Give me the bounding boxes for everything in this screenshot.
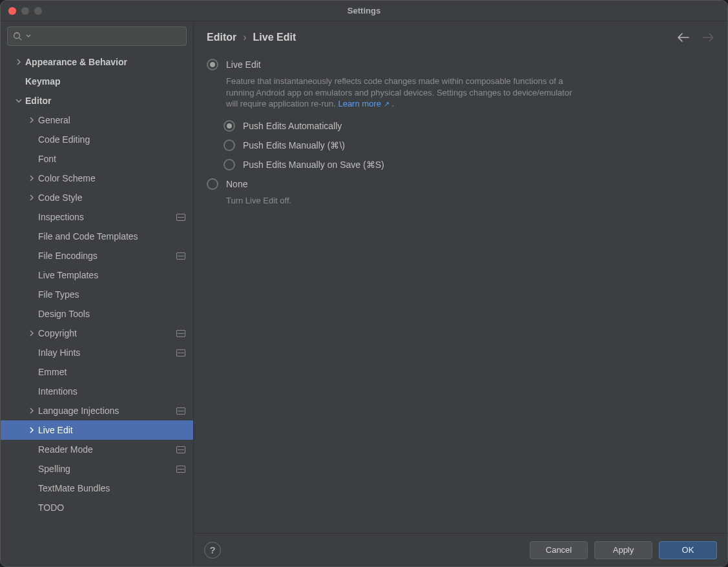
traffic-lights [1, 7, 42, 15]
sidebar-item-spelling[interactable]: Spelling [1, 459, 193, 479]
sidebar-item-font[interactable]: Font [1, 149, 193, 169]
sidebar: Appearance & BehaviorKeymapEditorGeneral… [1, 21, 194, 566]
settings-content: Live Edit Feature that instantaneously r… [194, 52, 727, 533]
sidebar-item-label: Intentions [38, 386, 185, 397]
nav-forward-icon [702, 32, 714, 43]
svg-line-1 [19, 38, 22, 41]
sidebar-item-label: Language Injections [38, 406, 176, 416]
sidebar-item-label: Reader Mode [38, 444, 176, 455]
sidebar-item-label: Live Edit [38, 425, 185, 435]
help-button[interactable]: ? [204, 542, 221, 559]
sidebar-item-editor[interactable]: Editor [1, 91, 193, 110]
settings-body: Appearance & BehaviorKeymapEditorGeneral… [1, 21, 727, 566]
minimize-window-button[interactable] [21, 7, 29, 15]
breadcrumb-live-edit: Live Edit [253, 32, 296, 43]
sidebar-item-label: Design Tools [38, 309, 185, 319]
sidebar-item-color-scheme[interactable]: Color Scheme [1, 169, 193, 188]
sidebar-item-inlay-hints[interactable]: Inlay Hints [1, 343, 193, 362]
radio-label: None [226, 179, 247, 189]
nav-back-icon[interactable] [677, 32, 690, 43]
titlebar: Settings [1, 1, 727, 21]
radio-icon [224, 159, 235, 170]
sidebar-item-label: Keymap [25, 76, 185, 87]
project-scope-icon [176, 253, 185, 260]
radio-push-on-save[interactable]: Push Edits Manually on Save (⌘S) [207, 155, 714, 174]
sidebar-item-appearance-behavior[interactable]: Appearance & Behavior [1, 52, 193, 72]
sidebar-item-label: Inlay Hints [38, 347, 176, 358]
sidebar-item-general[interactable]: General [1, 110, 193, 130]
sidebar-item-label: Editor [25, 96, 185, 106]
zoom-window-button[interactable] [34, 7, 42, 15]
radio-label: Live Edit [226, 59, 261, 70]
sidebar-item-code-editing[interactable]: Code Editing [1, 130, 193, 149]
radio-label: Push Edits Manually (⌘\) [243, 140, 345, 150]
chevron-icon [14, 59, 24, 65]
sidebar-item-label: Font [38, 154, 185, 164]
window-title: Settings [1, 6, 727, 15]
sidebar-item-label: Color Scheme [38, 173, 185, 183]
radio-icon [207, 178, 218, 190]
sidebar-item-label: Spelling [38, 464, 176, 474]
live-edit-description: Feature that instantaneously reflects co… [207, 74, 581, 116]
apply-button[interactable]: Apply [594, 541, 652, 559]
chevron-icon [26, 330, 37, 336]
ok-button[interactable]: OK [659, 541, 717, 559]
sidebar-item-live-edit[interactable]: Live Edit [1, 420, 193, 440]
chevron-down-icon [26, 34, 31, 39]
sidebar-item-label: Emmet [38, 367, 185, 377]
sidebar-item-reader-mode[interactable]: Reader Mode [1, 440, 193, 459]
dialog-footer: ? Cancel Apply OK [194, 533, 727, 566]
sidebar-item-label: Code Editing [38, 134, 185, 145]
sidebar-item-file-types[interactable]: File Types [1, 285, 193, 304]
radio-push-auto[interactable]: Push Edits Automatically [207, 116, 714, 136]
learn-more-link[interactable]: Learn more ↗ [338, 99, 389, 108]
settings-tree[interactable]: Appearance & BehaviorKeymapEditorGeneral… [1, 52, 193, 566]
sidebar-item-code-style[interactable]: Code Style [1, 188, 193, 207]
chevron-icon [26, 407, 37, 414]
sidebar-item-language-injections[interactable]: Language Injections [1, 401, 193, 420]
radio-label: Push Edits Manually on Save (⌘S) [243, 160, 384, 170]
sidebar-item-label: File and Code Templates [38, 231, 185, 242]
sidebar-item-intentions[interactable]: Intentions [1, 382, 193, 401]
sidebar-item-file-encodings[interactable]: File Encodings [1, 246, 193, 265]
breadcrumb: Editor › Live Edit [207, 32, 296, 43]
project-scope-icon [176, 349, 185, 356]
external-link-icon: ↗ [384, 100, 390, 108]
radio-none[interactable]: None [207, 174, 714, 194]
sidebar-item-label: Appearance & Behavior [25, 57, 185, 67]
sidebar-item-label: File Encodings [38, 251, 176, 261]
chevron-icon [14, 98, 24, 103]
sidebar-item-label: Code Style [38, 192, 185, 203]
radio-icon [224, 120, 235, 132]
chevron-icon [26, 427, 37, 433]
sidebar-item-todo[interactable]: TODO [1, 498, 193, 517]
sidebar-item-label: File Types [38, 289, 185, 300]
settings-window: Settings Appearance & BehaviorKeymapEdit… [0, 0, 728, 567]
chevron-icon [26, 117, 37, 123]
sidebar-item-design-tools[interactable]: Design Tools [1, 304, 193, 324]
none-description: Turn Live Edit off. [207, 194, 581, 213]
radio-icon [224, 139, 235, 151]
breadcrumb-editor[interactable]: Editor [207, 32, 236, 43]
sidebar-item-emmet[interactable]: Emmet [1, 362, 193, 382]
close-window-button[interactable] [8, 7, 16, 15]
sidebar-item-label: Inspections [38, 212, 176, 222]
sidebar-item-label: General [38, 115, 185, 125]
cancel-button[interactable]: Cancel [530, 541, 588, 559]
search-field[interactable] [7, 26, 187, 46]
svg-point-0 [14, 33, 20, 39]
search-input[interactable] [35, 32, 181, 41]
sidebar-item-label: TextMate Bundles [38, 483, 185, 493]
sidebar-item-keymap[interactable]: Keymap [1, 72, 193, 91]
radio-push-manual[interactable]: Push Edits Manually (⌘\) [207, 136, 714, 155]
sidebar-item-copyright[interactable]: Copyright [1, 324, 193, 343]
sidebar-item-label: Live Templates [38, 270, 185, 280]
sidebar-item-label: TODO [38, 502, 185, 513]
sidebar-item-inspections[interactable]: Inspections [1, 207, 193, 227]
project-scope-icon [176, 446, 185, 453]
chevron-icon [26, 194, 37, 201]
sidebar-item-file-and-code-templates[interactable]: File and Code Templates [1, 227, 193, 246]
sidebar-item-live-templates[interactable]: Live Templates [1, 265, 193, 285]
sidebar-item-textmate-bundles[interactable]: TextMate Bundles [1, 479, 193, 498]
radio-live-edit[interactable]: Live Edit [207, 55, 714, 74]
